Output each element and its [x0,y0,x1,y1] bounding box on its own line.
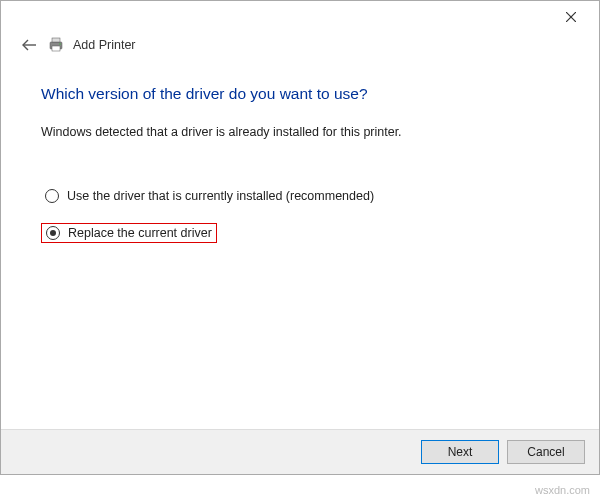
content-area: Which version of the driver do you want … [1,55,599,243]
dialog-window: Add Printer Which version of the driver … [0,0,600,475]
svg-rect-4 [52,38,60,42]
page-subtext: Windows detected that a driver is alread… [41,125,559,139]
printer-icon [47,36,65,54]
svg-point-6 [59,43,61,45]
radio-use-existing[interactable]: Use the driver that is currently install… [41,187,378,205]
wizard-title: Add Printer [73,38,136,52]
radio-replace-driver[interactable]: Replace the current driver [41,223,217,243]
header-row: Add Printer [1,31,599,55]
watermark-text: wsxdn.com [535,484,590,496]
titlebar [1,1,599,31]
close-button[interactable] [551,5,591,29]
close-icon [566,12,576,22]
radio-icon-checked [46,226,60,240]
page-heading: Which version of the driver do you want … [41,85,559,103]
radio-label: Replace the current driver [68,226,212,240]
back-button[interactable] [19,35,39,55]
back-arrow-icon [21,39,37,51]
cancel-button[interactable]: Cancel [507,440,585,464]
radio-dot-icon [50,230,56,236]
footer-bar: Next Cancel [1,429,599,474]
next-button[interactable]: Next [421,440,499,464]
radio-label: Use the driver that is currently install… [67,189,374,203]
svg-rect-5 [52,46,60,51]
radio-icon-unchecked [45,189,59,203]
